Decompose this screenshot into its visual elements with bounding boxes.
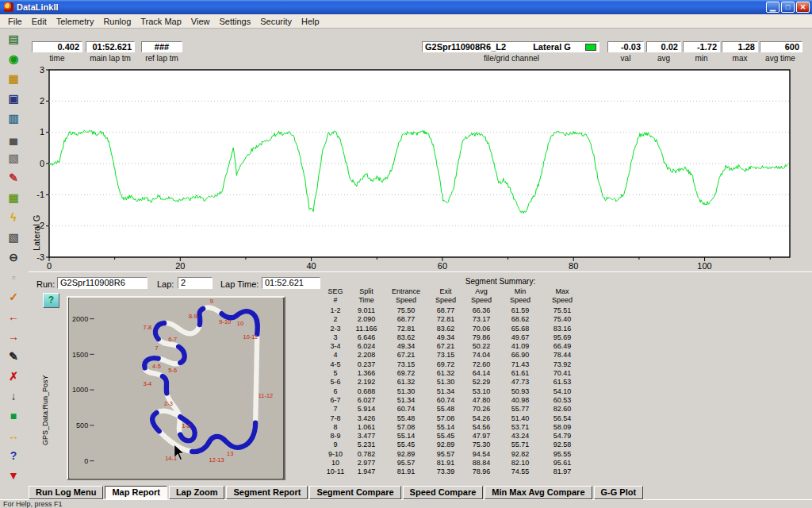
track-map-canvas[interactable]: 20001500100050007-876-78-999-101010-113-… bbox=[68, 298, 284, 479]
menu-help[interactable]: Help bbox=[297, 16, 324, 27]
new-file-icon[interactable]: ▤ bbox=[4, 30, 23, 48]
seg-data-cell: 60.74 bbox=[428, 396, 463, 405]
seg-data-cell: 92.89 bbox=[428, 441, 463, 449]
seg-data-cell: 73.15 bbox=[428, 351, 463, 360]
minimize-button[interactable]: ▁ bbox=[766, 2, 779, 13]
telemetry-link-icon[interactable]: ◉ bbox=[4, 50, 23, 67]
maximize-button[interactable]: □ bbox=[781, 2, 795, 13]
seg-data-cell: 81.91 bbox=[384, 468, 428, 476]
seg-data-cell: 58.09 bbox=[541, 423, 584, 432]
seg-data-cell: 61.61 bbox=[500, 369, 541, 378]
delete-marker-icon[interactable]: ✗ bbox=[4, 368, 23, 385]
grid-sheet-icon[interactable]: ▦ bbox=[4, 189, 23, 206]
tab-lap-zoom[interactable]: Lap Zoom bbox=[169, 486, 225, 499]
seg-data-cell: 79.86 bbox=[463, 333, 500, 342]
lap-value-field: 2 bbox=[178, 277, 213, 289]
seg-data-cell: 65.68 bbox=[500, 325, 541, 333]
tab-g-g-plot[interactable]: G-G Plot bbox=[594, 486, 644, 499]
seg-data-cell: 54.79 bbox=[541, 432, 584, 441]
tab-run-log-menu[interactable]: Run Log Menu bbox=[29, 486, 103, 499]
seg-data-cell: 67.21 bbox=[384, 351, 428, 360]
lateral-g-chart[interactable]: Lateral G 3210-1-2-3020406080100 bbox=[30, 67, 802, 271]
seg-header-cell: Speed bbox=[428, 296, 463, 305]
open-folder-icon[interactable]: ▦ bbox=[4, 70, 23, 87]
print-preview-icon[interactable]: ▧ bbox=[4, 149, 23, 167]
tab-speed-compare[interactable]: Speed Compare bbox=[403, 486, 484, 499]
seg-data-cell: 68.62 bbox=[500, 315, 541, 324]
avg-label: avg bbox=[646, 54, 681, 63]
y-tick-label: 2 bbox=[40, 96, 44, 106]
tab-map-report[interactable]: Map Report bbox=[105, 486, 167, 499]
edit-marker-icon[interactable]: ✎ bbox=[4, 348, 23, 365]
menu-edit[interactable]: Edit bbox=[27, 16, 52, 27]
menu-runlog[interactable]: Runlog bbox=[98, 16, 136, 27]
map-y-axis-label: GPS_Data:Run_PosY bbox=[41, 375, 49, 445]
seg-data-cell: 51.34 bbox=[428, 387, 463, 396]
menu-track-map[interactable]: Track Map bbox=[136, 16, 186, 27]
shift-left-icon[interactable]: ← bbox=[4, 308, 23, 325]
map-report-panel: Run: G2Spr110908R6 Lap: 2 Lap Time: 01:5… bbox=[29, 271, 812, 486]
menu-telemetry[interactable]: Telemetry bbox=[52, 16, 99, 27]
segment-label: 8-9 bbox=[189, 313, 197, 320]
seg-data-cell: 74.04 bbox=[463, 351, 500, 360]
map-y-tick-label: 2000 bbox=[72, 315, 88, 323]
tab-min-max-avg-compare[interactable]: Min Max Avg Compare bbox=[485, 486, 592, 499]
print-icon[interactable]: ▄ bbox=[4, 129, 23, 147]
menu-view[interactable]: View bbox=[186, 16, 215, 27]
seg-data-cell: 53.71 bbox=[500, 423, 541, 432]
seg-data-cell: 60.74 bbox=[384, 405, 428, 414]
selection-box-icon[interactable]: ▫ bbox=[4, 268, 23, 286]
help-pointer-icon[interactable]: ? bbox=[4, 447, 23, 464]
seg-data-cell: 82.60 bbox=[541, 405, 584, 414]
run-value-field: G2Spr110908R6 bbox=[57, 277, 147, 289]
menu-security[interactable]: Security bbox=[255, 16, 297, 27]
main-lap-time-label: main lap tm bbox=[79, 54, 141, 63]
seg-data-cell: 95.57 bbox=[384, 459, 428, 468]
erase-icon[interactable]: ✎ bbox=[4, 169, 23, 187]
help-button[interactable]: ? bbox=[43, 293, 59, 308]
x-tick-label: 40 bbox=[306, 261, 316, 271]
seg-data-cell: 81.97 bbox=[541, 468, 584, 476]
menu-settings[interactable]: Settings bbox=[214, 16, 255, 27]
lap-time-value-field: 01:52.621 bbox=[262, 277, 320, 289]
x-tick-label: 60 bbox=[438, 261, 447, 271]
val-readout: -0.03 bbox=[607, 41, 644, 52]
green-flag-icon[interactable]: ■ bbox=[4, 407, 23, 425]
seg-data-cell: 9.011 bbox=[349, 306, 384, 315]
menu-file[interactable]: File bbox=[3, 16, 27, 27]
shift-right-icon[interactable]: → bbox=[4, 328, 23, 345]
seg-header-cell: Entrance bbox=[384, 287, 428, 296]
track-map[interactable]: 20001500100050007-876-78-999-101010-113-… bbox=[67, 296, 285, 480]
run-label: Run: bbox=[36, 279, 55, 289]
chart-y-axis-label: Lateral G bbox=[32, 203, 41, 251]
seg-data-cell: 61.32 bbox=[384, 378, 428, 387]
scroll-down-icon[interactable]: ▼ bbox=[4, 467, 23, 484]
lap-label: Lap: bbox=[157, 279, 174, 289]
segment-label: 3-4 bbox=[143, 380, 151, 387]
seg-data-cell: 56.54 bbox=[541, 414, 584, 423]
seg-data-cell: 6-7 bbox=[322, 396, 349, 405]
insert-below-icon[interactable]: ↓ bbox=[4, 387, 23, 405]
file-graph-icon[interactable]: ▥ bbox=[4, 110, 23, 127]
close-button[interactable]: ✕ bbox=[796, 2, 810, 13]
swap-channels-icon[interactable]: ↔ bbox=[4, 427, 23, 444]
chart-plot-area[interactable]: 3210-1-2-3020406080100 bbox=[30, 67, 802, 271]
tab-segment-compare[interactable]: Segment Compare bbox=[309, 486, 400, 499]
tab-segment-report[interactable]: Segment Report bbox=[226, 486, 308, 499]
ref-lap-time-label: ref lap tm bbox=[136, 54, 187, 63]
zoom-out-icon[interactable]: ⊖ bbox=[4, 248, 23, 266]
seg-data-cell: 92.58 bbox=[541, 441, 584, 449]
seg-data-cell: 3.426 bbox=[349, 414, 384, 423]
zoom-region-icon[interactable]: ▧ bbox=[4, 229, 23, 246]
cursor-time-readout: 0.402 bbox=[32, 41, 82, 52]
seg-data-cell: 57.08 bbox=[428, 414, 463, 423]
quick-lightning-icon[interactable]: ϟ bbox=[4, 209, 23, 226]
save-icon[interactable]: ▣ bbox=[4, 90, 23, 107]
title-bar: DataLinkII ▁□✕ bbox=[0, 0, 812, 14]
file-grid-channel-box[interactable]: G2Spr110908R6_L2 Lateral G bbox=[422, 41, 599, 52]
seg-header-cell: # bbox=[322, 296, 349, 305]
val-label: val bbox=[607, 54, 644, 63]
max-readout: 1.28 bbox=[722, 41, 758, 52]
report-tabs-bar: Run Log MenuMap ReportLap ZoomSegment Re… bbox=[29, 486, 812, 499]
autoscale-icon[interactable]: ✓ bbox=[4, 288, 23, 306]
